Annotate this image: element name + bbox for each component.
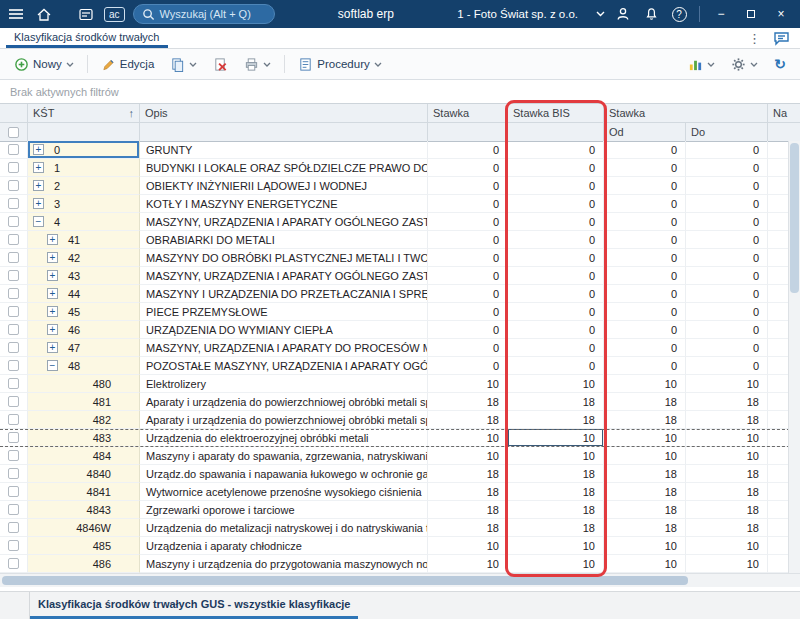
do-cell[interactable]: 10 — [686, 375, 768, 393]
stawka-cell[interactable]: 18 — [428, 411, 508, 429]
row-checkbox[interactable] — [8, 504, 19, 515]
kst-cell[interactable]: +42 — [28, 249, 140, 267]
stawka-bis-cell[interactable]: 0 — [508, 177, 604, 195]
stawka-cell[interactable]: 10 — [428, 555, 508, 573]
expand-icon[interactable]: + — [47, 342, 58, 353]
table-row[interactable]: +46URZĄDZENIA DO WYMIANY CIEPŁA0000 — [0, 321, 800, 339]
kst-cell[interactable]: 480 — [28, 375, 140, 393]
table-row[interactable]: +42MASZYNY DO OBRÓBKI PLASTYCZNEJ METALI… — [0, 249, 800, 267]
do-cell[interactable]: 0 — [686, 231, 768, 249]
do-cell[interactable]: 18 — [686, 483, 768, 501]
stawka-cell[interactable]: 0 — [428, 303, 508, 321]
od-cell[interactable]: 18 — [604, 411, 686, 429]
kst-cell[interactable]: 4840 — [28, 465, 140, 483]
stawka-cell[interactable]: 18 — [428, 465, 508, 483]
stawka-bis-cell[interactable]: 0 — [508, 357, 604, 375]
stawka-cell[interactable]: 0 — [428, 213, 508, 231]
collapse-icon[interactable]: − — [33, 216, 44, 227]
ac-module-icon[interactable]: ac — [104, 7, 125, 22]
table-row[interactable]: 482Aparaty i urządzenia do powierzchniow… — [0, 411, 800, 429]
od-cell[interactable]: 0 — [604, 177, 686, 195]
settings-button[interactable] — [725, 54, 764, 75]
panel-icon[interactable] — [76, 4, 96, 24]
horizontal-scrollbar-thumb[interactable] — [2, 576, 688, 585]
table-row[interactable]: −4MASZYNY, URZĄDZENIA I APARATY OGÓLNEGO… — [0, 213, 800, 231]
table-row[interactable]: +2OBIEKTY INŻYNIERII LĄDOWEJ I WODNEJ000… — [0, 177, 800, 195]
table-row[interactable]: 480Elektrolizery10101010 — [0, 375, 800, 393]
stawka-bis-cell[interactable]: 0 — [508, 141, 604, 159]
column-header-stawka-bis[interactable]: Stawka BIS — [508, 104, 604, 122]
do-cell[interactable]: 0 — [686, 159, 768, 177]
stawka-cell[interactable]: 0 — [428, 231, 508, 249]
row-checkbox[interactable] — [8, 558, 19, 569]
stawka-cell[interactable]: 0 — [428, 141, 508, 159]
row-checkbox[interactable] — [8, 378, 19, 389]
stawka-cell[interactable]: 10 — [428, 447, 508, 465]
kst-cell[interactable]: 483 — [28, 429, 140, 447]
table-row[interactable]: +44MASZYNY I URZĄDZENIA DO PRZETŁACZANIA… — [0, 285, 800, 303]
table-row[interactable]: −48POZOSTAŁE MASZYNY, URZĄDZENIA I APARA… — [0, 357, 800, 375]
help-icon[interactable]: ? — [669, 4, 689, 24]
od-cell[interactable]: 0 — [604, 159, 686, 177]
od-cell[interactable]: 0 — [604, 195, 686, 213]
od-cell[interactable]: 10 — [604, 555, 686, 573]
close-button[interactable]: × — [770, 4, 792, 24]
expand-icon[interactable]: + — [47, 252, 58, 263]
stawka-cell[interactable]: 0 — [428, 339, 508, 357]
kst-cell[interactable]: +3 — [28, 195, 140, 213]
table-row[interactable]: +41OBRABIARKI DO METALI0000 — [0, 231, 800, 249]
select-all-checkbox[interactable] — [8, 127, 19, 138]
od-cell[interactable]: 0 — [604, 339, 686, 357]
row-checkbox[interactable] — [8, 324, 19, 335]
stawka-bis-cell[interactable]: 0 — [508, 267, 604, 285]
do-cell[interactable]: 10 — [686, 555, 768, 573]
stawka-cell[interactable]: 0 — [428, 249, 508, 267]
procedury-button[interactable]: Procedury — [292, 54, 387, 75]
od-cell[interactable]: 18 — [604, 501, 686, 519]
row-checkbox[interactable] — [8, 540, 19, 551]
od-cell[interactable]: 0 — [604, 321, 686, 339]
maximize-button[interactable] — [740, 4, 762, 24]
kst-cell[interactable]: 482 — [28, 411, 140, 429]
table-row[interactable]: 485Urządzenia i aparaty chłodnicze101010… — [0, 537, 800, 555]
chart-button[interactable] — [682, 54, 721, 75]
collapse-icon[interactable]: − — [47, 360, 58, 371]
stawka-cell[interactable]: 18 — [428, 501, 508, 519]
column-header-stawka[interactable]: Stawka — [428, 104, 508, 122]
home-icon[interactable] — [34, 4, 54, 24]
table-row[interactable]: 481Aparaty i urządzenia do powierzchniow… — [0, 393, 800, 411]
print-button[interactable] — [238, 54, 277, 75]
stawka-bis-cell[interactable]: 0 — [508, 285, 604, 303]
kst-cell[interactable]: −48 — [28, 357, 140, 375]
od-cell[interactable]: 0 — [604, 303, 686, 321]
do-cell[interactable]: 18 — [686, 465, 768, 483]
row-checkbox[interactable] — [8, 468, 19, 479]
do-cell[interactable]: 18 — [686, 519, 768, 537]
do-cell[interactable]: 10 — [686, 429, 768, 447]
feedback-chat-icon[interactable] — [769, 28, 794, 48]
column-header-kst[interactable]: KŚT ↑ — [28, 104, 140, 122]
stawka-cell[interactable]: 0 — [428, 357, 508, 375]
tab-klasyfikacja-srodkow-trwalych[interactable]: Klasyfikacja środków trwałych — [6, 28, 168, 48]
kst-cell[interactable]: +45 — [28, 303, 140, 321]
table-row[interactable]: +47MASZYNY, URZĄDZENIA I APARATY DO PROC… — [0, 339, 800, 357]
view-tab-active[interactable]: Klasyfikacja środków trwałych GUS - wszy… — [30, 592, 358, 619]
column-header-na[interactable]: Na — [768, 104, 800, 122]
stawka-bis-cell[interactable]: 18 — [508, 393, 604, 411]
stawka-cell[interactable]: 0 — [428, 267, 508, 285]
kst-cell[interactable]: −4 — [28, 213, 140, 231]
stawka-bis-cell[interactable]: 18 — [508, 411, 604, 429]
kst-cell[interactable]: +0 — [28, 141, 140, 159]
table-row[interactable]: 486Maszyny i urządzenia do przygotowania… — [0, 555, 800, 573]
stawka-cell[interactable]: 10 — [428, 537, 508, 555]
copy-button[interactable] — [164, 54, 203, 75]
expand-icon[interactable]: + — [33, 198, 44, 209]
do-cell[interactable]: 0 — [686, 285, 768, 303]
stawka-cell[interactable]: 0 — [428, 159, 508, 177]
stawka-cell[interactable]: 0 — [428, 285, 508, 303]
kst-cell[interactable]: +46 — [28, 321, 140, 339]
row-checkbox[interactable] — [8, 288, 19, 299]
row-checkbox[interactable] — [8, 414, 19, 425]
od-cell[interactable]: 0 — [604, 231, 686, 249]
minimize-button[interactable]: − — [710, 4, 732, 24]
